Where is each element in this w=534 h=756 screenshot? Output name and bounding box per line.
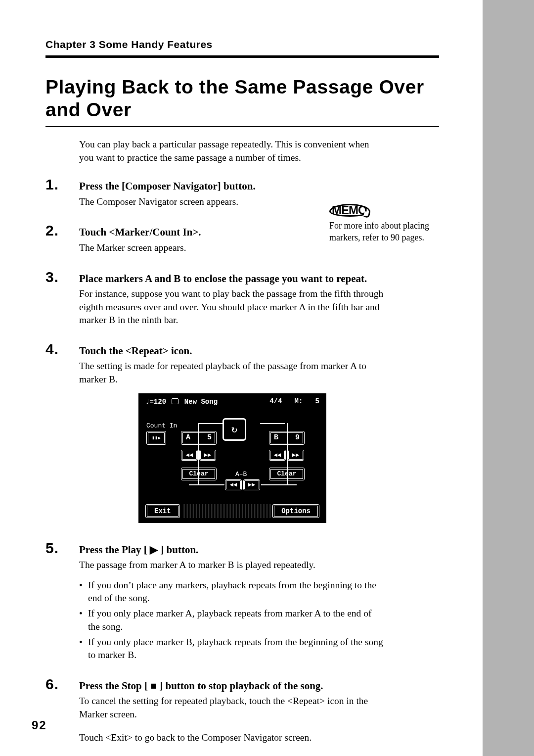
bullet: If you only place marker A, playback rep… bbox=[79, 607, 386, 633]
marker-a-next-button[interactable]: ▶▶ bbox=[199, 450, 216, 461]
step-head-6: Press the Stop [ ■ ] button to stop play… bbox=[79, 679, 386, 693]
step-head-5: Press the Play [ ▶ ] button. bbox=[79, 543, 386, 557]
marker-a-value: 5 bbox=[207, 433, 212, 442]
step-number-4: 4. bbox=[45, 341, 79, 358]
scr-song: New Song bbox=[184, 398, 218, 406]
ab-next-button[interactable]: ▶▶ bbox=[243, 479, 260, 490]
intro-paragraph: You can play back a particular passage r… bbox=[79, 138, 386, 164]
memo-text: For more info about placing markers, ref… bbox=[329, 220, 443, 244]
marker-b-label: B bbox=[274, 433, 278, 442]
marker-screen: ♩=120 New Song 4/4 M: 5 Count In ▮▮▶ bbox=[138, 393, 326, 523]
scr-line bbox=[261, 484, 297, 485]
memo-label: MEMO bbox=[332, 203, 367, 217]
ab-prev-button[interactable]: ◀◀ bbox=[225, 479, 242, 490]
marker-a-button[interactable]: A 5 bbox=[181, 431, 217, 445]
step-head-3: Place markers A and B to enclose the pas… bbox=[79, 272, 386, 285]
memo-sidebar: MEMO For more info about placing markers… bbox=[329, 204, 443, 244]
step-text-4: The setting is made for repeated playbac… bbox=[79, 360, 386, 386]
step-number-6: 6. bbox=[45, 676, 79, 693]
exit-button[interactable]: Exit bbox=[145, 504, 180, 518]
step-text-3: For instance, suppose you want to play b… bbox=[79, 287, 386, 327]
scr-line bbox=[260, 423, 285, 424]
marker-a-prev-button[interactable]: ◀◀ bbox=[181, 450, 198, 461]
scr-line bbox=[189, 484, 224, 485]
memo-icon: MEMO bbox=[329, 204, 443, 217]
scr-line bbox=[198, 423, 222, 424]
repeat-icon-button[interactable]: ↻ bbox=[222, 418, 246, 441]
scr-topright: 4/4 M: 5 bbox=[269, 397, 319, 406]
bullet: If you only place marker B, playback rep… bbox=[79, 636, 386, 662]
step-4: 4. Touch the <Repeat> icon. The setting … bbox=[45, 341, 439, 536]
step-6: 6. Press the Stop [ ■ ] button to stop p… bbox=[45, 676, 439, 754]
step-5-bullets: If you don’t place any markers, playback… bbox=[79, 579, 386, 662]
step-3: 3. Place markers A and B to enclose the … bbox=[45, 269, 439, 337]
step-text-5: The passage from marker A to marker B is… bbox=[79, 559, 386, 572]
marker-screen-figure: ♩=120 New Song 4/4 M: 5 Count In ▮▮▶ bbox=[79, 393, 386, 523]
scr-timesig: 4/4 bbox=[269, 397, 282, 405]
clear-a-button[interactable]: Clear bbox=[181, 468, 217, 480]
clear-b-button[interactable]: Clear bbox=[269, 468, 305, 480]
step-number-2: 2. bbox=[45, 222, 79, 239]
step-text-6b: Touch <Exit> to go back to the Composer … bbox=[79, 731, 386, 745]
scr-topleft: ♩=120 New Song bbox=[145, 397, 218, 406]
step-head-1: Press the [Composer Navigator] button. bbox=[79, 179, 386, 193]
countin-label: Count In bbox=[146, 422, 177, 429]
marker-a-label: A bbox=[186, 433, 190, 442]
step-head-4: Touch the <Repeat> icon. bbox=[79, 344, 386, 358]
step-number-5: 5. bbox=[45, 540, 79, 557]
ab-label: A–B bbox=[235, 471, 247, 478]
chapter-header: Chapter 3 Some Handy Features bbox=[45, 39, 439, 50]
bullet: If you don’t place any markers, playback… bbox=[79, 579, 386, 605]
memo-balloon-icon: MEMO bbox=[329, 204, 370, 217]
marker-b-prev-button[interactable]: ◀◀ bbox=[269, 450, 286, 461]
page-number: 92 bbox=[32, 718, 47, 732]
scr-tempo: ♩=120 bbox=[145, 398, 166, 406]
marker-b-next-button[interactable]: ▶▶ bbox=[287, 450, 304, 461]
disk-icon bbox=[172, 398, 178, 404]
scr-measure-label: M: bbox=[295, 397, 303, 405]
rule-thick bbox=[45, 55, 439, 58]
options-button[interactable]: Options bbox=[272, 504, 319, 518]
step-text-6a: To cancel the setting for repeated playb… bbox=[79, 695, 386, 721]
step-5: 5. Press the Play [ ▶ ] button. The pass… bbox=[45, 540, 439, 672]
step-number-3: 3. bbox=[45, 269, 79, 285]
page-title: Playing Back to the Same Passage Over an… bbox=[45, 76, 439, 121]
marker-b-button[interactable]: B 9 bbox=[269, 431, 305, 445]
step-number-1: 1. bbox=[45, 176, 79, 193]
countin-button[interactable]: ▮▮▶ bbox=[146, 431, 166, 445]
page-margin-gray bbox=[483, 0, 534, 756]
rule-thin bbox=[45, 126, 439, 127]
marker-b-value: 9 bbox=[295, 433, 300, 442]
scr-measure: 5 bbox=[315, 397, 319, 405]
